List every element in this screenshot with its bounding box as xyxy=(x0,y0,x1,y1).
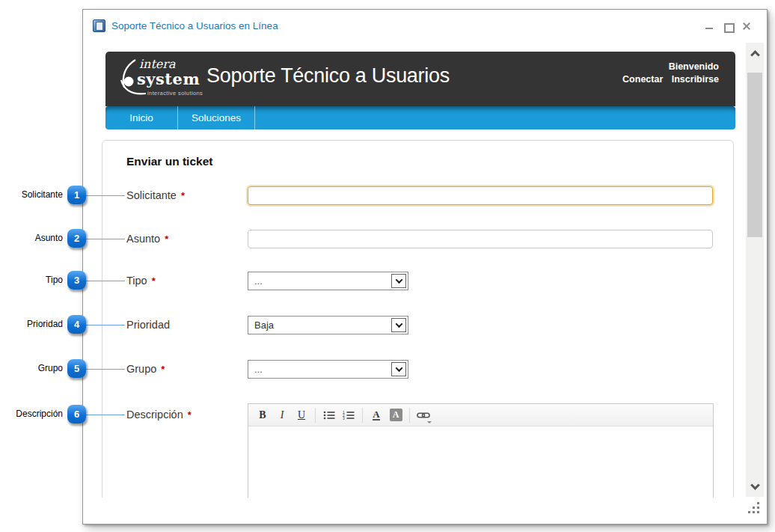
editor-body[interactable] xyxy=(248,426,713,498)
logo: intera system interactive solutions xyxy=(119,56,216,101)
link-dropdown-caret-icon xyxy=(427,421,432,424)
minimize-button[interactable] xyxy=(704,21,714,31)
close-button[interactable] xyxy=(741,21,752,31)
ticket-form-panel: Enviar un ticket Solicitante* Asunto* Ti… xyxy=(102,140,734,498)
unordered-list-icon xyxy=(323,410,335,421)
required-asterisk: * xyxy=(152,275,156,287)
callout-label-solicitante: Solicitante xyxy=(0,189,63,200)
tipo-label: Tipo* xyxy=(126,275,156,287)
editor-toolbar: B I U 1 2 3 xyxy=(248,404,713,426)
solicitante-input[interactable] xyxy=(248,186,713,205)
callout-line xyxy=(85,195,125,196)
callout-label-descripcion: Descripción xyxy=(0,409,63,419)
maximize-button[interactable] xyxy=(723,21,733,31)
callout-label-prioridad: Prioridad xyxy=(0,319,63,329)
logo-word-system: system xyxy=(137,70,200,88)
svg-text:3: 3 xyxy=(343,416,345,421)
background-color-button[interactable]: A xyxy=(386,406,405,424)
callout-label-tipo: Tipo xyxy=(0,275,63,285)
tipo-select-dropdown-button[interactable] xyxy=(391,274,406,288)
required-asterisk: * xyxy=(181,190,185,201)
callout-label-grupo: Grupo xyxy=(0,363,63,373)
ordered-list-icon: 1 2 3 xyxy=(343,410,355,421)
app-icon xyxy=(93,19,105,32)
nav-item-inicio[interactable]: Inicio xyxy=(105,106,178,129)
welcome-block: Bienvenido Conectar Inscribirse xyxy=(616,61,719,86)
app-window: Soporte Técnico a Usuarios en Línea inte… xyxy=(82,9,768,525)
link-icon xyxy=(417,411,430,420)
asunto-input[interactable] xyxy=(248,230,713,248)
scroll-down-button[interactable] xyxy=(746,477,764,497)
callout-line xyxy=(85,281,125,281)
tipo-select[interactable]: ... xyxy=(248,272,408,290)
window-controls xyxy=(704,21,752,31)
chevron-down-icon xyxy=(395,320,402,328)
scrollbar xyxy=(746,43,764,497)
bold-button[interactable]: B xyxy=(253,406,272,424)
prioridad-select-dropdown-button[interactable] xyxy=(391,318,406,332)
welcome-text: Bienvenido xyxy=(616,61,719,73)
chevron-down-icon xyxy=(395,364,402,372)
descripcion-label: Descripción* xyxy=(126,409,192,421)
callout-line xyxy=(85,369,125,370)
callout-badge-5: 5 xyxy=(67,359,86,378)
register-link[interactable]: Inscribirse xyxy=(672,74,719,85)
toolbar-separator xyxy=(362,408,363,423)
title-bar[interactable]: Soporte Técnico a Usuarios en Línea xyxy=(83,10,767,43)
ordered-list-button[interactable]: 1 2 3 xyxy=(339,406,358,424)
chevron-down-icon xyxy=(750,480,760,490)
form-heading: Enviar un ticket xyxy=(126,155,212,168)
required-asterisk: * xyxy=(161,364,165,375)
window-title: Soporte Técnico a Usuarios en Línea xyxy=(111,10,278,43)
grupo-label: Grupo* xyxy=(126,363,165,375)
logo-tagline: interactive solutions xyxy=(147,90,203,97)
callout-line xyxy=(85,325,125,325)
unordered-list-button[interactable] xyxy=(319,406,339,424)
callout-badge-1: 1 xyxy=(67,186,86,204)
callout-badge-2: 2 xyxy=(67,229,86,248)
site-title: Soporte Técnico a Usuarios xyxy=(206,64,450,88)
solicitante-label: Solicitante* xyxy=(126,189,185,201)
chevron-down-icon xyxy=(395,276,402,284)
connect-link[interactable]: Conectar xyxy=(622,74,663,85)
asunto-label: Asunto* xyxy=(126,233,168,245)
callout-label-asunto: Asunto xyxy=(0,233,63,243)
callout-line xyxy=(85,415,125,415)
page-content: intera system interactive solutions Sopo… xyxy=(85,43,745,498)
prioridad-label: Prioridad xyxy=(126,319,170,331)
nav-item-soluciones[interactable]: Soluciones xyxy=(178,106,255,129)
callout-badge-3: 3 xyxy=(67,271,86,290)
toolbar-separator xyxy=(409,408,410,423)
callout-line xyxy=(85,239,125,239)
toolbar-separator xyxy=(315,408,316,423)
grupo-select-dropdown-button[interactable] xyxy=(391,362,406,376)
grupo-select[interactable]: ... xyxy=(248,360,408,379)
site-header: intera system interactive solutions Sopo… xyxy=(105,52,735,106)
required-asterisk: * xyxy=(188,409,192,421)
tipo-select-value: ... xyxy=(254,272,263,290)
underline-button[interactable]: U xyxy=(292,406,311,424)
resize-grip[interactable] xyxy=(748,501,762,516)
scroll-up-button[interactable] xyxy=(746,43,764,62)
scroll-thumb[interactable] xyxy=(747,73,762,237)
font-color-button[interactable]: A xyxy=(367,406,386,424)
descripcion-editor: B I U 1 2 3 xyxy=(248,403,714,498)
italic-button[interactable]: I xyxy=(272,406,292,424)
required-asterisk: * xyxy=(165,233,168,245)
callout-badge-4: 4 xyxy=(67,315,86,334)
nav-bar: Inicio Soluciones xyxy=(105,106,735,129)
callout-badge-6: 6 xyxy=(67,405,86,424)
link-button[interactable] xyxy=(414,406,433,424)
chevron-up-icon xyxy=(750,50,760,60)
prioridad-select[interactable]: Baja xyxy=(248,316,408,334)
prioridad-select-value: Baja xyxy=(254,317,274,334)
grupo-select-value: ... xyxy=(254,361,263,378)
